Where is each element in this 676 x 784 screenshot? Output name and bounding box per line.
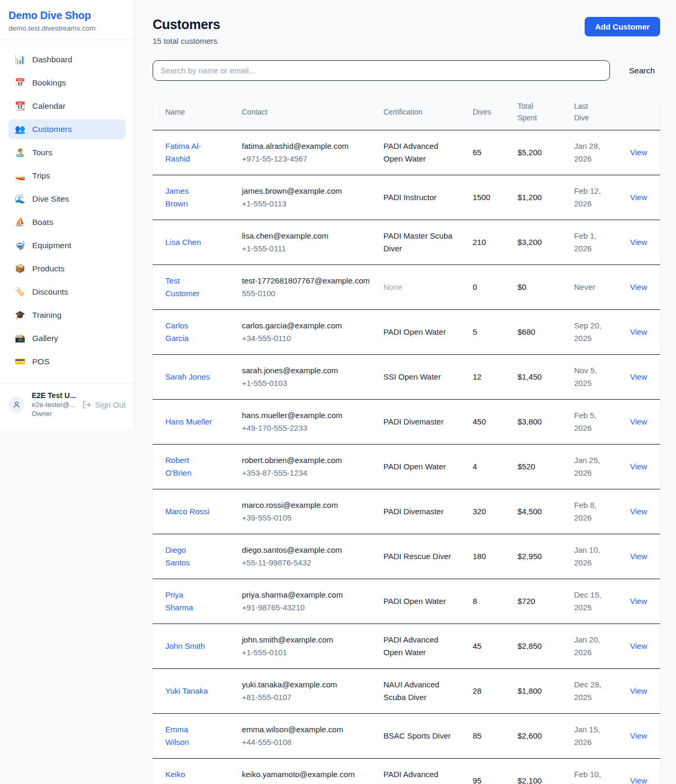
customer-phone: +1-555-0111	[242, 242, 374, 255]
customer-email: carlos.garcia@example.com	[242, 319, 374, 332]
brand-block: Demo Dive Shop demo.test.divestreams.com	[0, 0, 134, 40]
add-customer-button[interactable]: Add Customer	[585, 17, 660, 36]
sidebar-item-label: Trips	[32, 171, 50, 181]
brand-title: Demo Dive Shop	[8, 10, 126, 22]
customer-name-link[interactable]: Test Customer	[165, 275, 213, 300]
sign-out-label: Sign Out	[95, 400, 126, 409]
view-link[interactable]: View	[630, 552, 647, 561]
table-header-row: NameContactCertificationDivesTotal Spent…	[153, 95, 660, 130]
gallery-icon: 📸	[15, 334, 25, 343]
customer-name-link[interactable]: Diego Santos	[165, 544, 213, 569]
customer-name-link[interactable]: John Smith	[165, 640, 205, 653]
calendar-icon: 📆	[15, 102, 25, 110]
view-link[interactable]: View	[630, 507, 647, 516]
customer-last-dive: Jan 15, 2026	[574, 714, 630, 759]
dashboard-icon: 📊	[15, 55, 25, 64]
sidebar-item-tours[interactable]: 🏝️ Tours	[8, 143, 126, 163]
sidebar-item-pos[interactable]: 💳 POS	[8, 352, 126, 372]
customer-dives: 28	[473, 669, 518, 714]
products-icon: 📦	[15, 265, 25, 273]
view-link[interactable]: View	[630, 372, 647, 381]
customer-phone: +353-87-555-1234	[242, 467, 374, 479]
customer-phone: 555-0100	[242, 287, 374, 300]
column-header-actions	[630, 95, 660, 130]
customer-email: test-1772681807767@example.com	[242, 275, 374, 287]
sign-out-button[interactable]: Sign Out	[82, 400, 126, 409]
view-link[interactable]: View	[630, 462, 647, 471]
customer-name-link[interactable]: Sarah Jones	[165, 371, 210, 383]
customer-name-link[interactable]: Marco Rossi	[165, 505, 209, 518]
table-row: Emma Wilson emma.wilson@example.com +44-…	[153, 714, 660, 759]
sidebar-item-gallery[interactable]: 📸 Gallery	[8, 328, 126, 348]
training-icon: 🎓	[15, 311, 25, 319]
customer-certification: PADI Instructor	[383, 175, 473, 220]
customer-name-link[interactable]: Emma Wilson	[165, 723, 213, 749]
sidebar-item-equipment[interactable]: 🤿 Equipment	[8, 235, 126, 256]
view-link[interactable]: View	[630, 148, 647, 157]
view-link[interactable]: View	[630, 686, 647, 695]
sidebar-item-label: Training	[32, 310, 61, 320]
sidebar-item-customers[interactable]: 👥 Customers	[8, 119, 126, 139]
customer-name-link[interactable]: Hans Mueller	[165, 415, 212, 428]
customer-dives: 320	[473, 489, 518, 534]
sidebar-item-products[interactable]: 📦 Products	[8, 259, 126, 279]
customer-email: hans.mueller@example.com	[242, 409, 374, 422]
sidebar-item-training[interactable]: 🎓 Training	[8, 305, 126, 325]
view-link[interactable]: View	[630, 193, 647, 202]
customer-certification: PADI Divemaster	[383, 489, 473, 534]
customer-last-dive: Sep 20, 2025	[574, 310, 630, 355]
customer-email: marco.rossi@example.com	[242, 499, 374, 512]
boats-icon: ⛵	[15, 218, 25, 226]
view-link[interactable]: View	[630, 327, 647, 336]
sidebar-item-discounts[interactable]: 🏷️ Discounts	[8, 282, 126, 302]
sidebar-item-calendar[interactable]: 📆 Calendar	[8, 96, 126, 116]
sidebar-item-dive-sites[interactable]: 🌊 Dive Sites	[8, 189, 126, 209]
customer-dives: 8	[473, 579, 518, 624]
view-link[interactable]: View	[630, 282, 647, 291]
customer-name-link[interactable]: Robert O'Brien	[165, 454, 213, 479]
customer-phone: +1-555-0101	[242, 646, 374, 659]
customer-name-link[interactable]: Yuki Tanaka	[165, 685, 208, 697]
avatar	[8, 396, 24, 412]
view-link[interactable]: View	[630, 641, 647, 650]
customer-name-link[interactable]: Carlos Garcia	[165, 319, 213, 345]
customer-email: priya.sharma@example.com	[242, 589, 374, 601]
customer-dives: 95	[473, 759, 518, 784]
sidebar-item-bookings[interactable]: 📅 Bookings	[8, 73, 126, 93]
table-row: Diego Santos diego.santos@example.com +5…	[153, 534, 660, 579]
customer-name-link[interactable]: Fatima Al-Rashid	[165, 140, 213, 165]
sidebar-item-boats[interactable]: ⛵ Boats	[8, 212, 126, 232]
view-link[interactable]: View	[630, 417, 647, 426]
view-link[interactable]: View	[630, 776, 647, 784]
user-box: E2E Test U... e2e-tester@... Owner Sign …	[0, 383, 134, 423]
table-row: Carlos Garcia carlos.garcia@example.com …	[153, 310, 660, 355]
customer-name-link[interactable]: Priya Sharma	[165, 589, 213, 614]
customer-phone: +39-555-0105	[242, 512, 374, 524]
customer-certification: NAUI Advanced Scuba Diver	[383, 669, 473, 714]
customer-last-dive: Feb 5, 2026	[574, 400, 630, 445]
user-name: E2E Test U...	[32, 391, 75, 400]
sidebar-item-label: Gallery	[32, 334, 58, 343]
column-header-last-dive: Last Dive	[574, 95, 630, 130]
customer-certification: PADI Master Scuba Diver	[383, 220, 473, 265]
sidebar-item-trips[interactable]: 🚤 Trips	[8, 166, 126, 186]
view-link[interactable]: View	[630, 238, 647, 247]
customer-total-spent: $680	[518, 310, 574, 355]
discounts-icon: 🏷️	[15, 288, 25, 296]
customer-name-link[interactable]: James Brown	[165, 185, 213, 210]
customer-last-dive: Feb 10, 2026	[574, 759, 630, 784]
customer-phone: +1-555-0103	[242, 377, 374, 390]
view-link[interactable]: View	[630, 731, 647, 740]
view-link[interactable]: View	[630, 597, 647, 606]
customers-table: NameContactCertificationDivesTotal Spent…	[153, 95, 660, 784]
customers-icon: 👥	[15, 125, 25, 134]
customer-certification: PADI Divemaster	[383, 400, 473, 445]
customer-name-link[interactable]: Keiko Yamamoto	[165, 768, 213, 784]
customer-name-link[interactable]: Lisa Chen	[165, 236, 201, 249]
table-row: John Smith john.smith@example.com +1-555…	[153, 624, 660, 669]
customer-email: keiko.yamamoto@example.com	[242, 768, 374, 781]
sidebar-item-dashboard[interactable]: 📊 Dashboard	[8, 50, 126, 70]
search-button[interactable]: Search	[624, 62, 660, 80]
customer-total-spent: $2,600	[518, 714, 574, 759]
search-input[interactable]	[153, 60, 610, 81]
